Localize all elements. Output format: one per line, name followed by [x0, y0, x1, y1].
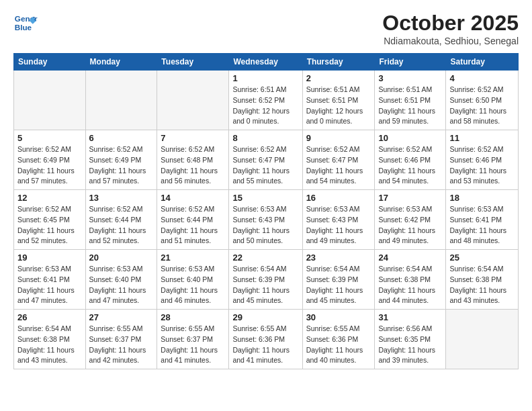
day-number: 21: [161, 253, 225, 263]
location: Ndiamakouta, Sedhiou, Senegal: [382, 36, 519, 46]
calendar-cell: 30Sunrise: 6:55 AMSunset: 6:36 PMDayligh…: [302, 310, 375, 369]
day-info: Sunrise: 6:55 AMSunset: 6:37 PMDaylight:…: [89, 324, 154, 366]
day-number: 5: [17, 133, 82, 143]
day-info: Sunrise: 6:53 AMSunset: 6:41 PMDaylight:…: [17, 264, 82, 306]
day-info: Sunrise: 6:52 AMSunset: 6:44 PMDaylight:…: [161, 204, 225, 246]
day-info: Sunrise: 6:55 AMSunset: 6:36 PMDaylight:…: [232, 324, 298, 366]
day-info: Sunrise: 6:55 AMSunset: 6:36 PMDaylight:…: [306, 324, 371, 366]
calendar-cell: 3Sunrise: 6:51 AMSunset: 6:51 PMDaylight…: [375, 71, 446, 130]
day-number: 7: [161, 133, 225, 143]
day-number: 16: [306, 193, 371, 203]
day-info: Sunrise: 6:53 AMSunset: 6:40 PMDaylight:…: [89, 264, 154, 306]
day-number: 19: [17, 253, 82, 263]
weekday-header: Friday: [375, 54, 446, 71]
calendar-cell: 26Sunrise: 6:54 AMSunset: 6:38 PMDayligh…: [14, 310, 86, 369]
day-info: Sunrise: 6:53 AMSunset: 6:40 PMDaylight:…: [161, 264, 225, 306]
calendar-cell: 22Sunrise: 6:54 AMSunset: 6:39 PMDayligh…: [229, 250, 302, 310]
day-number: 12: [17, 193, 82, 203]
calendar-cell: [446, 310, 519, 369]
header: General Blue October 2025 Ndiamakouta, S…: [13, 11, 519, 46]
day-number: 6: [89, 133, 154, 143]
calendar-cell: [14, 71, 86, 130]
day-info: Sunrise: 6:52 AMSunset: 6:49 PMDaylight:…: [17, 144, 82, 187]
day-number: 2: [306, 73, 371, 83]
day-number: 28: [161, 312, 225, 322]
day-info: Sunrise: 6:53 AMSunset: 6:43 PMDaylight:…: [232, 204, 298, 246]
page: General Blue October 2025 Ndiamakouta, S…: [0, 0, 532, 380]
day-info: Sunrise: 6:52 AMSunset: 6:44 PMDaylight:…: [89, 204, 154, 246]
day-number: 31: [378, 312, 442, 322]
day-info: Sunrise: 6:51 AMSunset: 6:51 PMDaylight:…: [306, 85, 371, 127]
day-number: 23: [306, 253, 371, 263]
weekday-header: Sunday: [14, 54, 86, 71]
day-info: Sunrise: 6:54 AMSunset: 6:38 PMDaylight:…: [17, 324, 82, 366]
calendar-cell: 14Sunrise: 6:52 AMSunset: 6:44 PMDayligh…: [157, 190, 229, 250]
svg-text:Blue: Blue: [15, 23, 32, 32]
calendar-cell: 27Sunrise: 6:55 AMSunset: 6:37 PMDayligh…: [85, 310, 157, 369]
day-info: Sunrise: 6:51 AMSunset: 6:51 PMDaylight:…: [378, 85, 442, 127]
weekday-header-row: SundayMondayTuesdayWednesdayThursdayFrid…: [14, 54, 519, 71]
day-info: Sunrise: 6:52 AMSunset: 6:48 PMDaylight:…: [161, 144, 225, 187]
calendar-cell: [157, 71, 229, 130]
day-number: 11: [449, 133, 515, 143]
day-number: 18: [449, 193, 515, 203]
day-number: 13: [89, 193, 154, 203]
calendar-cell: 16Sunrise: 6:53 AMSunset: 6:43 PMDayligh…: [302, 190, 375, 250]
day-info: Sunrise: 6:53 AMSunset: 6:42 PMDaylight:…: [378, 204, 442, 246]
day-info: Sunrise: 6:52 AMSunset: 6:46 PMDaylight:…: [378, 144, 442, 187]
day-info: Sunrise: 6:52 AMSunset: 6:49 PMDaylight:…: [89, 144, 154, 187]
day-info: Sunrise: 6:55 AMSunset: 6:37 PMDaylight:…: [161, 324, 225, 366]
calendar-cell: 24Sunrise: 6:54 AMSunset: 6:38 PMDayligh…: [375, 250, 446, 310]
calendar-cell: 17Sunrise: 6:53 AMSunset: 6:42 PMDayligh…: [375, 190, 446, 250]
day-info: Sunrise: 6:52 AMSunset: 6:47 PMDaylight:…: [306, 144, 371, 187]
day-number: 10: [378, 133, 442, 143]
calendar-cell: 12Sunrise: 6:52 AMSunset: 6:45 PMDayligh…: [14, 190, 86, 250]
day-number: 20: [89, 253, 154, 263]
day-number: 14: [161, 193, 225, 203]
day-info: Sunrise: 6:51 AMSunset: 6:52 PMDaylight:…: [232, 85, 298, 127]
day-info: Sunrise: 6:54 AMSunset: 6:39 PMDaylight:…: [306, 264, 371, 306]
day-number: 22: [232, 253, 298, 263]
weekday-header: Wednesday: [229, 54, 302, 71]
calendar-cell: 23Sunrise: 6:54 AMSunset: 6:39 PMDayligh…: [302, 250, 375, 310]
calendar-cell: 6Sunrise: 6:52 AMSunset: 6:49 PMDaylight…: [85, 130, 157, 190]
day-number: 27: [89, 312, 154, 322]
day-number: 25: [449, 253, 515, 263]
calendar-week-row: 26Sunrise: 6:54 AMSunset: 6:38 PMDayligh…: [14, 310, 519, 369]
calendar-week-row: 1Sunrise: 6:51 AMSunset: 6:52 PMDaylight…: [14, 71, 519, 130]
calendar-cell: 15Sunrise: 6:53 AMSunset: 6:43 PMDayligh…: [229, 190, 302, 250]
calendar-cell: 18Sunrise: 6:53 AMSunset: 6:41 PMDayligh…: [446, 190, 519, 250]
calendar-cell: 1Sunrise: 6:51 AMSunset: 6:52 PMDaylight…: [229, 71, 302, 130]
month-title: October 2025: [382, 11, 519, 36]
day-number: 9: [306, 133, 371, 143]
calendar-week-row: 5Sunrise: 6:52 AMSunset: 6:49 PMDaylight…: [14, 130, 519, 190]
calendar-week-row: 12Sunrise: 6:52 AMSunset: 6:45 PMDayligh…: [14, 190, 519, 250]
weekday-header: Tuesday: [157, 54, 229, 71]
calendar-cell: [85, 71, 157, 130]
weekday-header: Saturday: [446, 54, 519, 71]
weekday-header: Monday: [85, 54, 157, 71]
calendar-cell: 28Sunrise: 6:55 AMSunset: 6:37 PMDayligh…: [157, 310, 229, 369]
calendar: SundayMondayTuesdayWednesdayThursdayFrid…: [13, 53, 519, 369]
calendar-cell: 29Sunrise: 6:55 AMSunset: 6:36 PMDayligh…: [229, 310, 302, 369]
calendar-cell: 19Sunrise: 6:53 AMSunset: 6:41 PMDayligh…: [14, 250, 86, 310]
day-info: Sunrise: 6:52 AMSunset: 6:46 PMDaylight:…: [449, 144, 515, 187]
day-number: 8: [232, 133, 298, 143]
calendar-cell: 31Sunrise: 6:56 AMSunset: 6:35 PMDayligh…: [375, 310, 446, 369]
day-info: Sunrise: 6:54 AMSunset: 6:38 PMDaylight:…: [378, 264, 442, 306]
day-info: Sunrise: 6:54 AMSunset: 6:38 PMDaylight:…: [449, 264, 515, 306]
weekday-header: Thursday: [302, 54, 375, 71]
day-number: 30: [306, 312, 371, 322]
day-number: 17: [378, 193, 442, 203]
calendar-cell: 20Sunrise: 6:53 AMSunset: 6:40 PMDayligh…: [85, 250, 157, 310]
day-number: 29: [232, 312, 298, 322]
calendar-cell: 2Sunrise: 6:51 AMSunset: 6:51 PMDaylight…: [302, 71, 375, 130]
day-number: 4: [449, 73, 515, 83]
logo: General Blue: [13, 11, 38, 35]
calendar-cell: 10Sunrise: 6:52 AMSunset: 6:46 PMDayligh…: [375, 130, 446, 190]
day-info: Sunrise: 6:53 AMSunset: 6:43 PMDaylight:…: [306, 204, 371, 246]
calendar-cell: 8Sunrise: 6:52 AMSunset: 6:47 PMDaylight…: [229, 130, 302, 190]
day-number: 1: [232, 73, 298, 83]
calendar-week-row: 19Sunrise: 6:53 AMSunset: 6:41 PMDayligh…: [14, 250, 519, 310]
calendar-cell: 21Sunrise: 6:53 AMSunset: 6:40 PMDayligh…: [157, 250, 229, 310]
